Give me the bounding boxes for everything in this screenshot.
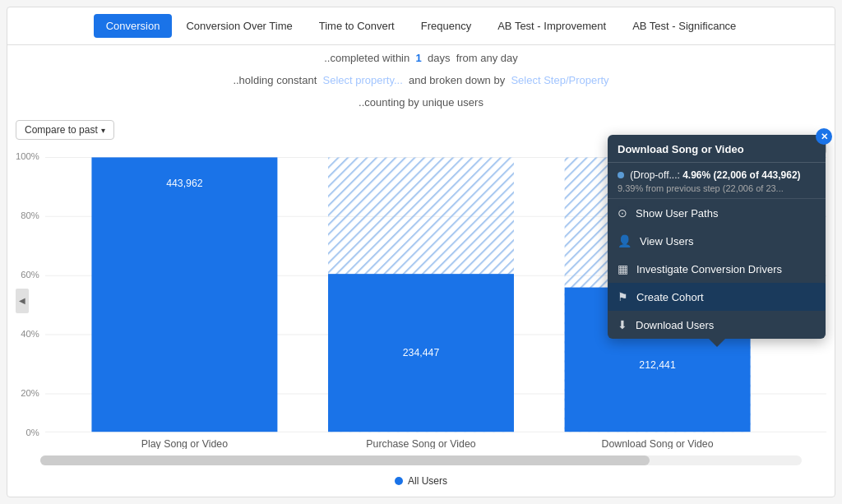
scrollbar-thumb[interactable]	[40, 455, 650, 465]
select-step[interactable]: Select Step/Property	[511, 74, 608, 86]
scrollbar-track[interactable]	[40, 455, 802, 465]
view-users-label: View Users	[640, 235, 694, 247]
popup-item-create-cohort[interactable]: ⚑ Create Cohort	[608, 283, 826, 311]
compare-label: Compare to past	[25, 124, 98, 136]
popup-close-button[interactable]: ✕	[816, 128, 832, 145]
compare-caret-icon: ▾	[101, 126, 105, 135]
bar-play[interactable]	[91, 157, 277, 432]
svg-text:212,441: 212,441	[639, 359, 676, 371]
compare-button[interactable]: Compare to past ▾	[16, 120, 114, 140]
tab-conversion-over-time[interactable]: Conversion Over Time	[173, 14, 304, 38]
filter-row-2: ..holding constant Select property... an…	[7, 67, 835, 90]
popup-item-show-user-paths[interactable]: ⊙ Show User Paths	[608, 199, 826, 227]
create-cohort-icon: ⚑	[618, 290, 628, 303]
svg-text:Purchase Song or Video: Purchase Song or Video	[366, 438, 475, 449]
legend-dot	[395, 477, 403, 485]
days-label: days	[428, 52, 450, 64]
svg-text:40%: 40%	[21, 329, 39, 339]
counting-label: ..counting by unique users	[359, 96, 483, 109]
legend-label: All Users	[408, 475, 447, 487]
download-users-icon: ⬇	[618, 318, 627, 331]
completed-label: ..completed within	[324, 52, 409, 64]
show-user-paths-label: Show User Paths	[636, 207, 718, 220]
popup-stat-sub: 9.39% from previous step (22,006 of 23..…	[618, 183, 816, 193]
svg-text:234,447: 234,447	[403, 347, 440, 358]
tab-frequency[interactable]: Frequency	[409, 14, 483, 38]
popup-item-download-users[interactable]: ⬇ Download Users	[608, 311, 826, 339]
show-user-paths-icon: ⊙	[618, 206, 627, 220]
svg-text:100%: 100%	[16, 151, 39, 161]
popup-stat-value: 4.96% (22,006 of 443,962)	[682, 169, 800, 181]
select-property[interactable]: Select property...	[323, 74, 403, 86]
tab-bar: Conversion Conversion Over Time Time to …	[7, 7, 835, 45]
popup-arrow	[709, 339, 725, 347]
tab-ab-improvement[interactable]: AB Test - Improvement	[485, 14, 618, 38]
popup-header: Download Song or Video ✕	[608, 135, 826, 163]
investigate-icon: ▦	[618, 262, 628, 275]
svg-text:60%: 60%	[21, 270, 39, 280]
svg-text:Download Song or Video: Download Song or Video	[602, 438, 714, 449]
days-value[interactable]: 1	[415, 52, 421, 64]
popup-item-view-users[interactable]: 👤 View Users	[608, 227, 826, 255]
popup-stat: (Drop-off...: 4.96% (22,006 of 443,962) …	[608, 163, 826, 199]
tab-conversion[interactable]: Conversion	[94, 14, 173, 38]
svg-text:Play Song or Video: Play Song or Video	[141, 438, 228, 449]
legend-row: All Users	[16, 469, 826, 490]
from-label: from any day	[456, 52, 518, 64]
view-users-icon: 👤	[618, 234, 632, 247]
popup: Download Song or Video ✕ (Drop-off...: 4…	[608, 135, 826, 339]
tab-time-to-convert[interactable]: Time to Convert	[307, 14, 407, 38]
download-users-label: Download Users	[636, 319, 714, 331]
tab-ab-significance[interactable]: AB Test - Significance	[620, 14, 748, 38]
svg-text:80%: 80%	[21, 210, 39, 220]
investigate-label: Investigate Conversion Drivers	[636, 263, 782, 275]
popup-title: Download Song or Video	[618, 143, 744, 155]
main-container: Conversion Conversion Over Time Time to …	[7, 7, 835, 497]
svg-text:443,962: 443,962	[166, 178, 203, 189]
svg-text:20%: 20%	[21, 388, 39, 398]
popup-stat-dot	[618, 172, 624, 178]
popup-item-investigate-drivers[interactable]: ▦ Investigate Conversion Drivers	[608, 255, 826, 283]
svg-text:0%: 0%	[25, 428, 39, 437]
filter-row-3: ..counting by unique users	[7, 90, 835, 112]
filter-row-1: ..completed within 1 days from any day	[7, 45, 835, 67]
scroll-left-arrow[interactable]: ◀	[16, 289, 29, 313]
holding-label: ..holding constant	[233, 74, 317, 86]
popup-stat-label: (Drop-off...:	[630, 169, 679, 181]
broken-by-label: and broken down by	[409, 74, 505, 86]
create-cohort-label: Create Cohort	[636, 291, 704, 303]
